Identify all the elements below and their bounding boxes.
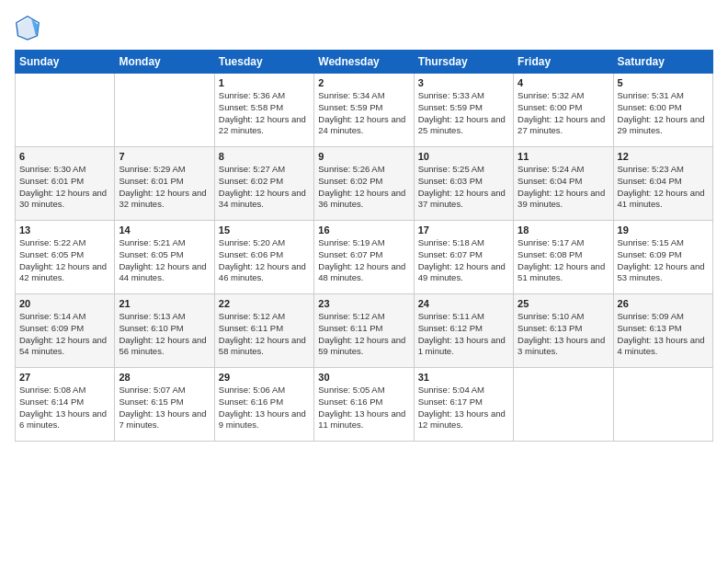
- day-number: 25: [518, 298, 609, 309]
- calendar-cell: 13Sunrise: 5:22 AM Sunset: 6:05 PM Dayli…: [16, 221, 115, 294]
- day-number: 8: [219, 151, 310, 162]
- day-number: 27: [19, 372, 110, 383]
- day-number: 10: [418, 151, 509, 162]
- calendar-week-4: 20Sunrise: 5:14 AM Sunset: 6:09 PM Dayli…: [16, 294, 713, 368]
- day-content: Sunrise: 5:11 AM Sunset: 6:12 PM Dayligh…: [418, 311, 509, 358]
- day-content: Sunrise: 5:30 AM Sunset: 6:01 PM Dayligh…: [19, 164, 110, 211]
- day-content: Sunrise: 5:10 AM Sunset: 6:13 PM Dayligh…: [518, 311, 609, 358]
- calendar-cell: 2Sunrise: 5:34 AM Sunset: 5:59 PM Daylig…: [314, 74, 414, 147]
- day-content: Sunrise: 5:06 AM Sunset: 6:16 PM Dayligh…: [219, 385, 310, 431]
- day-number: 29: [219, 372, 310, 383]
- calendar-cell: 21Sunrise: 5:13 AM Sunset: 6:10 PM Dayli…: [115, 294, 214, 368]
- calendar-cell: [16, 74, 115, 147]
- day-number: 2: [318, 77, 409, 88]
- day-number: 5: [618, 77, 709, 88]
- calendar: SundayMondayTuesdayWednesdayThursdayFrid…: [15, 50, 713, 442]
- calendar-cell: 9Sunrise: 5:26 AM Sunset: 6:02 PM Daylig…: [314, 147, 414, 221]
- day-content: Sunrise: 5:18 AM Sunset: 6:07 PM Dayligh…: [418, 237, 509, 284]
- day-content: Sunrise: 5:23 AM Sunset: 6:04 PM Dayligh…: [618, 164, 709, 211]
- page: SundayMondayTuesdayWednesdayThursdayFrid…: [0, 0, 728, 563]
- day-content: Sunrise: 5:21 AM Sunset: 6:05 PM Dayligh…: [119, 237, 210, 284]
- day-content: Sunrise: 5:26 AM Sunset: 6:02 PM Dayligh…: [318, 164, 409, 211]
- day-content: Sunrise: 5:20 AM Sunset: 6:06 PM Dayligh…: [219, 237, 310, 284]
- col-header-thursday: Thursday: [414, 51, 513, 74]
- calendar-cell: 16Sunrise: 5:19 AM Sunset: 6:07 PM Dayli…: [314, 221, 414, 294]
- day-content: Sunrise: 5:17 AM Sunset: 6:08 PM Dayligh…: [518, 237, 609, 284]
- day-number: 28: [119, 372, 210, 383]
- calendar-cell: [115, 74, 214, 147]
- col-header-wednesday: Wednesday: [314, 51, 414, 74]
- day-number: 3: [418, 77, 509, 88]
- day-content: Sunrise: 5:25 AM Sunset: 6:03 PM Dayligh…: [418, 164, 509, 211]
- day-number: 18: [518, 224, 609, 236]
- calendar-cell: 12Sunrise: 5:23 AM Sunset: 6:04 PM Dayli…: [613, 147, 712, 221]
- day-number: 9: [318, 151, 409, 162]
- calendar-cell: 20Sunrise: 5:14 AM Sunset: 6:09 PM Dayli…: [16, 294, 115, 368]
- day-content: Sunrise: 5:19 AM Sunset: 6:07 PM Dayligh…: [318, 237, 409, 284]
- calendar-cell: 4Sunrise: 5:32 AM Sunset: 6:00 PM Daylig…: [514, 74, 613, 147]
- day-content: Sunrise: 5:12 AM Sunset: 6:11 PM Dayligh…: [219, 311, 310, 358]
- calendar-week-1: 1Sunrise: 5:36 AM Sunset: 5:58 PM Daylig…: [16, 74, 713, 147]
- calendar-cell: 8Sunrise: 5:27 AM Sunset: 6:02 PM Daylig…: [214, 147, 313, 221]
- day-number: 31: [418, 372, 509, 383]
- col-header-friday: Friday: [514, 51, 613, 74]
- day-number: 4: [518, 77, 609, 88]
- day-content: Sunrise: 5:31 AM Sunset: 6:00 PM Dayligh…: [618, 90, 709, 137]
- calendar-cell: 11Sunrise: 5:24 AM Sunset: 6:04 PM Dayli…: [514, 147, 613, 221]
- day-number: 24: [418, 298, 509, 309]
- calendar-cell: 31Sunrise: 5:04 AM Sunset: 6:17 PM Dayli…: [414, 368, 513, 442]
- day-content: Sunrise: 5:33 AM Sunset: 5:59 PM Dayligh…: [418, 90, 509, 137]
- calendar-cell: 3Sunrise: 5:33 AM Sunset: 5:59 PM Daylig…: [414, 74, 513, 147]
- day-number: 15: [219, 224, 310, 236]
- calendar-cell: 19Sunrise: 5:15 AM Sunset: 6:09 PM Dayli…: [613, 221, 712, 294]
- day-content: Sunrise: 5:34 AM Sunset: 5:59 PM Dayligh…: [318, 90, 409, 137]
- day-number: 23: [318, 298, 409, 309]
- calendar-cell: [613, 368, 712, 442]
- day-number: 7: [119, 151, 210, 162]
- day-number: 21: [119, 298, 210, 309]
- calendar-cell: 17Sunrise: 5:18 AM Sunset: 6:07 PM Dayli…: [414, 221, 513, 294]
- calendar-cell: 18Sunrise: 5:17 AM Sunset: 6:08 PM Dayli…: [514, 221, 613, 294]
- logo: [15, 15, 44, 40]
- header: [15, 15, 713, 40]
- day-content: Sunrise: 5:08 AM Sunset: 6:14 PM Dayligh…: [19, 385, 110, 431]
- calendar-cell: 29Sunrise: 5:06 AM Sunset: 6:16 PM Dayli…: [214, 368, 313, 442]
- calendar-cell: 30Sunrise: 5:05 AM Sunset: 6:16 PM Dayli…: [314, 368, 414, 442]
- calendar-cell: 14Sunrise: 5:21 AM Sunset: 6:05 PM Dayli…: [115, 221, 214, 294]
- calendar-cell: [514, 368, 613, 442]
- day-number: 1: [219, 77, 310, 88]
- day-content: Sunrise: 5:36 AM Sunset: 5:58 PM Dayligh…: [219, 90, 310, 137]
- day-number: 13: [19, 224, 110, 236]
- day-content: Sunrise: 5:04 AM Sunset: 6:17 PM Dayligh…: [418, 385, 509, 431]
- day-content: Sunrise: 5:29 AM Sunset: 6:01 PM Dayligh…: [119, 164, 210, 211]
- day-content: Sunrise: 5:15 AM Sunset: 6:09 PM Dayligh…: [618, 237, 709, 284]
- day-number: 17: [418, 224, 509, 236]
- day-number: 14: [119, 224, 210, 236]
- calendar-header-row: SundayMondayTuesdayWednesdayThursdayFrid…: [16, 51, 713, 74]
- calendar-week-3: 13Sunrise: 5:22 AM Sunset: 6:05 PM Dayli…: [16, 221, 713, 294]
- day-number: 19: [618, 224, 709, 236]
- day-number: 6: [19, 151, 110, 162]
- day-content: Sunrise: 5:12 AM Sunset: 6:11 PM Dayligh…: [318, 311, 409, 358]
- calendar-cell: 5Sunrise: 5:31 AM Sunset: 6:00 PM Daylig…: [613, 74, 712, 147]
- day-content: Sunrise: 5:09 AM Sunset: 6:13 PM Dayligh…: [618, 311, 709, 358]
- calendar-cell: 27Sunrise: 5:08 AM Sunset: 6:14 PM Dayli…: [16, 368, 115, 442]
- col-header-saturday: Saturday: [613, 51, 712, 74]
- calendar-week-2: 6Sunrise: 5:30 AM Sunset: 6:01 PM Daylig…: [16, 147, 713, 221]
- calendar-cell: 23Sunrise: 5:12 AM Sunset: 6:11 PM Dayli…: [314, 294, 414, 368]
- day-content: Sunrise: 5:22 AM Sunset: 6:05 PM Dayligh…: [19, 237, 110, 284]
- day-content: Sunrise: 5:27 AM Sunset: 6:02 PM Dayligh…: [219, 164, 310, 211]
- calendar-cell: 7Sunrise: 5:29 AM Sunset: 6:01 PM Daylig…: [115, 147, 214, 221]
- day-content: Sunrise: 5:32 AM Sunset: 6:00 PM Dayligh…: [518, 90, 609, 137]
- calendar-cell: 1Sunrise: 5:36 AM Sunset: 5:58 PM Daylig…: [214, 74, 313, 147]
- calendar-week-5: 27Sunrise: 5:08 AM Sunset: 6:14 PM Dayli…: [16, 368, 713, 442]
- day-number: 11: [518, 151, 609, 162]
- day-content: Sunrise: 5:05 AM Sunset: 6:16 PM Dayligh…: [318, 385, 409, 431]
- calendar-cell: 26Sunrise: 5:09 AM Sunset: 6:13 PM Dayli…: [613, 294, 712, 368]
- day-content: Sunrise: 5:13 AM Sunset: 6:10 PM Dayligh…: [119, 311, 210, 358]
- calendar-cell: 10Sunrise: 5:25 AM Sunset: 6:03 PM Dayli…: [414, 147, 513, 221]
- day-number: 12: [618, 151, 709, 162]
- day-number: 26: [618, 298, 709, 309]
- col-header-tuesday: Tuesday: [214, 51, 313, 74]
- calendar-cell: 24Sunrise: 5:11 AM Sunset: 6:12 PM Dayli…: [414, 294, 513, 368]
